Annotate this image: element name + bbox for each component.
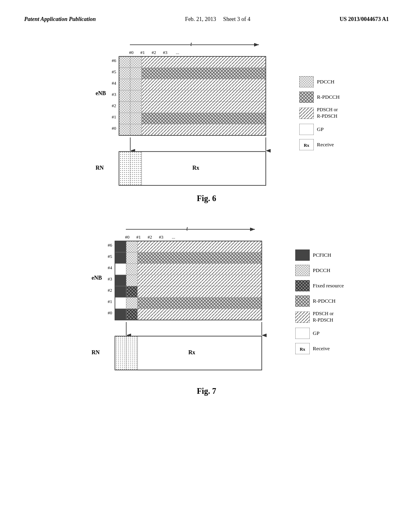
fig7-rn-label: RN [92,349,100,355]
figure-7-block: t eNB #0 #1 #2 #3 ... #6 #5 #4 #3 #2 [24,223,389,396]
legend-rpdcch-swatch [299,91,314,103]
fig6-rx-label: Rx [192,165,199,171]
legend-fixed-label: Fixed resource [313,283,344,289]
svg-rect-33 [130,68,142,79]
legend-pdsch-label: PDSCH orR-PDSCH [317,107,338,119]
svg-rect-127 [126,336,138,370]
fig7-rx-label: Rx [188,349,195,355]
svg-rect-46 [142,113,266,124]
svg-text:#1: #1 [140,50,145,55]
legend-pdsch-swatch [299,108,314,119]
legend-pdsch: PDSCH orR-PDSCH [299,107,340,119]
svg-text:#6: #6 [108,243,113,247]
svg-rect-48 [130,124,142,135]
legend-rpdcch-label: R-PDCCH [317,94,340,100]
svg-rect-47 [119,124,130,135]
svg-rect-30 [130,56,142,68]
svg-text:Rx: Rx [300,347,305,351]
svg-rect-117 [115,297,126,309]
svg-text:...: ... [176,50,179,55]
fig7-enb-label: eNB [92,275,102,281]
header-sheet: Sheet 3 of 4 [223,16,250,22]
legend-pcfich: PCFICH [295,249,344,261]
figure-6-block: t eNB #0 #1 #2 [24,39,389,203]
legend-gp2-swatch [295,328,310,339]
legend-rx: Rx Receive [299,139,340,150]
legend-gp: GP [299,124,340,135]
svg-text:#2: #2 [152,50,156,55]
svg-rect-67 [299,108,314,119]
fig6-rn-label: RN [96,165,104,171]
legend-rpdcch: R-PDCCH [299,91,340,103]
svg-text:#5: #5 [108,254,113,259]
legend-pcfich-swatch [295,249,310,261]
svg-rect-128 [138,336,262,370]
svg-text:#0: #0 [129,50,134,55]
svg-text:#5: #5 [112,69,117,74]
svg-rect-41 [119,102,130,113]
svg-text:#4: #4 [108,265,113,270]
svg-rect-37 [142,79,266,90]
legend-gp2: GP [295,328,344,339]
svg-text:#0: #0 [112,126,117,131]
svg-rect-109 [126,264,138,275]
legend-rpdcch2-label: R-PDCCH [313,298,336,304]
svg-rect-126 [115,336,126,370]
svg-rect-35 [119,79,130,90]
figure-6-content: t eNB #0 #1 #2 [24,39,389,188]
svg-text:#2: #2 [148,235,152,239]
svg-rect-116 [138,286,262,297]
svg-rect-102 [115,241,126,252]
legend-pdsch2: PDSCH orR-PDSCH [295,311,344,323]
svg-text:#1: #1 [108,299,112,304]
fig7-diagram: t eNB #0 #1 #2 #3 ... #6 #5 #4 #3 #2 [69,223,279,380]
svg-rect-113 [138,275,262,286]
svg-rect-130 [295,249,310,261]
legend-rx2-swatch: Rx [295,343,310,354]
figures-container: t eNB #0 #1 #2 [24,39,389,396]
legend-rx2-label: Receive [313,345,330,352]
legend-pdcch-swatch [299,76,314,87]
svg-rect-145 [295,312,310,323]
page-header: Patent Application Publication Feb. 21, … [24,16,389,23]
svg-text:#1: #1 [112,114,116,119]
figure-7-content: t eNB #0 #1 #2 #3 ... #6 #5 #4 #3 #2 [24,223,389,380]
svg-text:#2: #2 [112,103,116,108]
svg-text:#3: #3 [163,50,168,55]
svg-rect-68 [299,124,314,135]
legend-pdcch-label: PDCCH [317,79,334,85]
fig6-enb-label: eNB [96,90,106,96]
legend-pdsch2-label: PDSCH orR-PDSCH [313,311,334,323]
svg-rect-49 [142,124,266,135]
svg-text:#6: #6 [112,58,117,63]
svg-rect-105 [115,252,126,264]
svg-rect-142 [295,295,310,307]
fig7-legend: PCFICH [295,249,344,354]
svg-rect-118 [126,297,138,309]
svg-rect-106 [126,252,138,264]
legend-pdcch2-label: PDCCH [313,267,330,274]
svg-rect-29 [119,56,130,68]
svg-text:...: ... [172,235,175,239]
svg-rect-111 [115,275,126,286]
svg-rect-31 [142,56,266,68]
svg-rect-39 [130,90,142,102]
legend-pdcch: PDCCH [299,76,340,87]
svg-text:Rx: Rx [304,143,309,148]
svg-rect-43 [142,102,266,113]
svg-rect-53 [119,152,130,185]
legend-rpdcch2: R-PDCCH [295,295,344,307]
legend-gp-swatch [299,124,314,135]
legend-pcfich-label: PCFICH [313,252,332,258]
svg-rect-42 [130,102,142,113]
svg-text:#3: #3 [108,276,113,281]
svg-text:#0: #0 [108,310,113,315]
svg-rect-115 [126,286,138,297]
svg-rect-112 [126,275,138,286]
svg-text:t: t [186,226,188,232]
header-patent-num: US 2013/0044673 A1 [340,16,389,23]
svg-rect-107 [138,252,262,264]
legend-rx-label: Receive [317,141,334,148]
svg-rect-36 [130,79,142,90]
fig7-caption: Fig. 7 [197,387,216,396]
